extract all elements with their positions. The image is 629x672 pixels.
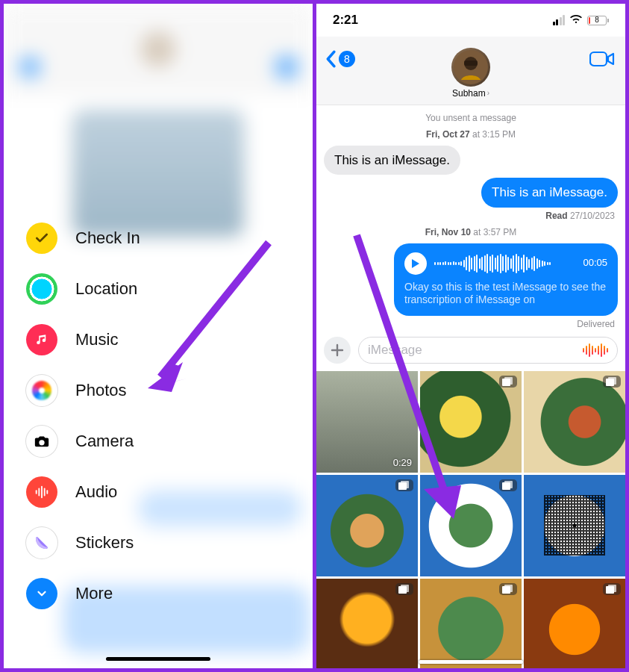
facetime-button[interactable] — [589, 50, 615, 71]
menu-label: Camera — [75, 432, 134, 451]
cellular-signal-icon — [553, 15, 566, 25]
waveform-icon — [434, 253, 575, 274]
svg-rect-22 — [504, 585, 513, 592]
compose-bar: iMessage — [316, 329, 625, 371]
burst-icon — [395, 583, 413, 595]
message-row-outgoing: This is an iMessage. — [324, 178, 618, 207]
burst-icon — [395, 479, 413, 491]
back-button[interactable]: 8 — [324, 50, 355, 68]
photo-picker-grid: 0:29 — [316, 371, 625, 669]
photo-thumbnail[interactable]: 0:29 — [316, 371, 418, 473]
menu-label: Photos — [75, 381, 127, 400]
checkin-icon — [26, 223, 57, 254]
right-pane: 2:21 8 8 Sub — [316, 4, 625, 668]
svg-rect-12 — [504, 377, 513, 385]
menu-item-more[interactable]: More — [26, 568, 290, 619]
audio-record-icon[interactable] — [583, 343, 609, 357]
burst-icon — [499, 376, 517, 388]
menu-item-music[interactable]: Music — [26, 314, 290, 365]
unread-count-badge: 8 — [339, 51, 355, 67]
home-indicator[interactable] — [106, 657, 210, 661]
status-bar: 2:21 8 — [316, 4, 625, 37]
svg-rect-16 — [401, 481, 409, 488]
home-indicator[interactable] — [419, 660, 523, 664]
menu-label: Location — [75, 279, 137, 299]
menu-item-photos[interactable]: Photos — [26, 365, 290, 416]
burst-icon — [603, 376, 621, 388]
audio-transcript: Okay so this is the test iMessage to see… — [404, 281, 607, 307]
photo-thumbnail[interactable] — [524, 475, 625, 576]
left-pane: Check In Location Music Photos — [4, 4, 316, 668]
contact-avatar — [451, 48, 490, 87]
svg-rect-10 — [590, 52, 607, 66]
message-row-outgoing: 00:05 Okay so this is the test iMessage … — [324, 243, 618, 316]
message-input[interactable]: iMessage — [358, 337, 618, 364]
app-drawer-menu: Check In Location Music Photos — [4, 213, 313, 619]
audio-message-bubble[interactable]: 00:05 Okay so this is the test iMessage … — [394, 243, 618, 316]
battery-icon: 8 — [587, 16, 609, 25]
message-thread[interactable]: You unsent a message Fri, Oct 27 at 3:15… — [316, 105, 625, 329]
read-receipt: Read 27/10/2023 — [324, 211, 615, 221]
svg-rect-14 — [608, 377, 616, 385]
plus-button[interactable] — [324, 337, 351, 364]
menu-item-location[interactable]: Location — [26, 264, 290, 314]
message-bubble[interactable]: This is an iMessage. — [324, 146, 460, 175]
menu-label: Stickers — [75, 533, 134, 553]
menu-item-checkin[interactable]: Check In — [26, 213, 290, 264]
photos-icon — [26, 375, 57, 406]
audio-icon — [26, 476, 57, 508]
photo-thumbnail[interactable] — [316, 475, 418, 576]
contact-info[interactable]: Subham › — [451, 48, 490, 99]
conversation-header: 8 Subham › — [316, 37, 625, 105]
svg-rect-9 — [464, 60, 478, 66]
menu-label: Music — [75, 330, 118, 349]
delivered-receipt: Delivered — [324, 319, 615, 329]
system-notice: You unsent a message — [324, 113, 618, 123]
contact-name-label: Subham — [452, 88, 486, 99]
chevron-right-icon: › — [487, 89, 489, 97]
menu-item-stickers[interactable]: Stickers — [26, 517, 290, 568]
message-row-incoming: This is an iMessage. — [324, 146, 618, 175]
chevron-down-icon — [26, 578, 57, 609]
wifi-icon — [569, 13, 583, 28]
photo-thumbnail[interactable] — [524, 579, 625, 669]
burst-icon — [603, 583, 621, 595]
input-placeholder: iMessage — [368, 343, 422, 358]
photo-thumbnail[interactable] — [316, 579, 418, 669]
menu-label: More — [75, 584, 113, 603]
menu-label: Audio — [75, 482, 117, 502]
timestamp: Fri, Nov 10 at 3:57 PM — [324, 227, 618, 237]
menu-item-camera[interactable]: Camera — [26, 416, 290, 467]
burst-icon — [499, 479, 517, 491]
status-time: 2:21 — [333, 13, 358, 28]
photo-thumbnail[interactable] — [420, 371, 522, 473]
photo-thumbnail[interactable] — [524, 371, 625, 473]
photo-thumbnail[interactable] — [420, 579, 522, 669]
menu-item-audio[interactable]: Audio — [26, 467, 290, 517]
photo-thumbnail[interactable] — [420, 475, 522, 576]
location-icon — [26, 273, 57, 305]
svg-rect-20 — [401, 585, 409, 592]
stickers-icon — [26, 527, 57, 559]
music-icon — [26, 324, 57, 355]
burst-icon — [499, 583, 517, 595]
svg-rect-18 — [504, 481, 513, 488]
menu-label: Check In — [75, 228, 140, 248]
video-duration: 0:29 — [393, 457, 412, 468]
play-button[interactable] — [404, 252, 427, 275]
camera-icon — [26, 426, 57, 457]
message-bubble[interactable]: This is an iMessage. — [481, 178, 618, 207]
timestamp: Fri, Oct 27 at 3:15 PM — [324, 129, 618, 140]
audio-duration: 00:05 — [583, 257, 607, 269]
svg-rect-24 — [608, 585, 616, 592]
